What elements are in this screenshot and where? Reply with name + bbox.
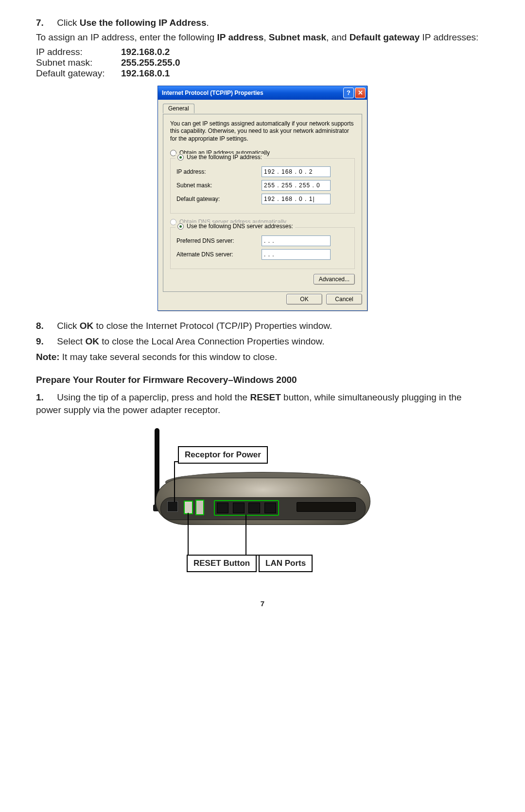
advanced-button[interactable]: Advanced... xyxy=(314,274,355,285)
dialog-button-row: OK Cancel xyxy=(163,294,362,305)
callout-line xyxy=(245,515,246,556)
note-text: It may take several seconds for this win… xyxy=(60,352,278,362)
close-icon[interactable]: ✕ xyxy=(355,88,366,98)
lan-port-icon xyxy=(248,503,260,513)
step-8-pre: Click xyxy=(57,321,79,331)
field-ip-address: IP address: 192 . 168 . 0 . 2 xyxy=(176,166,349,177)
assign-b1: IP address xyxy=(217,32,264,42)
lan-ports-icon xyxy=(214,500,279,516)
radio-use-dns[interactable]: Use the following DNS server addresses: xyxy=(175,223,295,230)
callout-line xyxy=(174,461,179,462)
callout-line xyxy=(188,513,189,556)
radio-icon[interactable] xyxy=(177,223,184,230)
callout-line xyxy=(174,462,175,502)
note-label: Note: xyxy=(36,352,60,362)
dialog-body: General You can get IP settings assigned… xyxy=(158,100,367,311)
titlebar-buttons: ? ✕ xyxy=(343,88,366,98)
step-8: 8. Click OK to close the Internet Protoc… xyxy=(36,320,489,332)
step-8-post: to close the Internet Protocol (TCP/IP) … xyxy=(93,321,332,331)
lan-port-icon xyxy=(264,503,276,513)
step-8-number: 8. xyxy=(36,320,54,332)
ok-button[interactable]: OK xyxy=(286,294,322,305)
assign-intro: To assign an IP address, enter the follo… xyxy=(36,31,489,44)
assign-mid: , xyxy=(263,32,269,42)
callout-line xyxy=(245,555,259,556)
help-icon[interactable]: ? xyxy=(343,88,354,98)
gateway-label: Default gateway: xyxy=(36,68,121,79)
step-7-pre: Click xyxy=(57,18,79,28)
tcpip-dialog-figure: Internet Protocol (TCP/IP) Properties ? … xyxy=(36,86,489,311)
router-step-pre: Using the tip of a paperclip, press and … xyxy=(57,392,250,402)
tab-strip: General xyxy=(163,104,362,114)
step-9-post: to close the Local Area Connection Prope… xyxy=(99,336,325,346)
usb-port-icon xyxy=(195,500,204,515)
ip-label: IP address: xyxy=(36,47,121,57)
note-line: Note: It may take several seconds for th… xyxy=(36,351,489,363)
ip-row: IP address:192.168.0.2 xyxy=(36,47,489,57)
lan-port-icon xyxy=(217,503,228,513)
step-9-pre: Select xyxy=(57,336,85,346)
ip-value: 192.168.0.2 xyxy=(121,47,170,57)
ip-row: Subnet mask:255.255.255.0 xyxy=(36,57,489,68)
advanced-row: Advanced... xyxy=(170,274,355,285)
router-diagram: Receptor for Power RESET Button LAN Port… xyxy=(36,424,489,580)
page-number: 7 xyxy=(36,599,489,608)
dialog-info-text: You can get IP settings assigned automat… xyxy=(170,120,355,143)
radio-use-ip[interactable]: Use the following IP address: xyxy=(175,154,264,161)
subnet-mask-input[interactable]: 255 . 255 . 255 . 0 xyxy=(262,180,331,191)
ip-address-table: IP address:192.168.0.2 Subnet mask:255.2… xyxy=(36,47,489,79)
step-9-bold: OK xyxy=(85,336,99,346)
step-7: 7. Click Use the following IP Address. xyxy=(36,18,489,28)
step-7-after: . xyxy=(207,18,209,28)
field-label: Subnet mask: xyxy=(176,182,262,189)
tab-general[interactable]: General xyxy=(163,104,194,113)
cancel-button[interactable]: Cancel xyxy=(326,294,362,305)
group-dns-manual: Use the following DNS server addresses: … xyxy=(170,227,355,269)
ip-row: Default gateway:192.168.0.1 xyxy=(36,68,489,79)
assign-b2: Subnet mask xyxy=(269,32,326,42)
callout-power: Receptor for Power xyxy=(178,446,268,464)
alternate-dns-input[interactable]: . . . xyxy=(262,249,331,260)
step-9-number: 9. xyxy=(36,335,54,348)
dialog-title: Internet Protocol (TCP/IP) Properties xyxy=(162,90,263,96)
gateway-value: 192.168.0.1 xyxy=(121,68,170,79)
field-subnet-mask: Subnet mask: 255 . 255 . 255 . 0 xyxy=(176,180,349,191)
card-slot-icon xyxy=(297,502,356,512)
subnet-label: Subnet mask: xyxy=(36,57,121,68)
field-label: Default gateway: xyxy=(176,196,262,202)
field-label: Alternate DNS server: xyxy=(176,251,262,258)
dialog-titlebar: Internet Protocol (TCP/IP) Properties ? … xyxy=(158,86,367,100)
ip-address-input[interactable]: 192 . 168 . 0 . 2 xyxy=(262,166,331,177)
assign-b3: Default gateway xyxy=(350,32,420,42)
preferred-dns-input[interactable]: . . . xyxy=(262,235,331,246)
radio-label: Use the following IP address: xyxy=(187,154,262,161)
router-step-number: 1. xyxy=(36,391,54,404)
step-9: 9. Select OK to close the Local Area Con… xyxy=(36,335,489,348)
assign-mid2: , and xyxy=(326,32,350,42)
reset-button-icon xyxy=(184,501,193,514)
step-7-number: 7. xyxy=(36,18,54,28)
assign-end: IP addresses: xyxy=(420,32,478,42)
tcpip-dialog: Internet Protocol (TCP/IP) Properties ? … xyxy=(158,86,368,311)
radio-icon[interactable] xyxy=(177,154,184,161)
field-label: IP address: xyxy=(176,168,262,175)
step-8-bold: OK xyxy=(80,321,94,331)
group-ip-manual: Use the following IP address: IP address… xyxy=(170,158,355,214)
assign-pre: To assign an IP address, enter the follo… xyxy=(36,32,217,42)
field-label: Preferred DNS server: xyxy=(176,237,262,244)
subnet-value: 255.255.255.0 xyxy=(121,57,180,68)
power-port-icon xyxy=(167,501,178,512)
field-default-gateway: Default gateway: 192 . 168 . 0 . 1| xyxy=(176,194,349,204)
callout-reset: RESET Button xyxy=(187,555,257,572)
router-step-bold: RESET xyxy=(250,392,280,402)
router-stage: Receptor for Power RESET Button LAN Port… xyxy=(146,424,379,580)
lan-port-icon xyxy=(233,503,245,513)
field-preferred-dns: Preferred DNS server: . . . xyxy=(176,235,349,246)
default-gateway-input[interactable]: 192 . 168 . 0 . 1| xyxy=(262,194,331,204)
router-step-1: 1. Using the tip of a paperclip, press a… xyxy=(36,391,489,416)
tab-panel: You can get IP settings assigned automat… xyxy=(163,114,362,292)
section-heading: Prepare Your Router for Firmware Recover… xyxy=(36,375,489,385)
field-alternate-dns: Alternate DNS server: . . . xyxy=(176,249,349,260)
callout-lan: LAN Ports xyxy=(259,555,313,572)
radio-label: Use the following DNS server addresses: xyxy=(187,223,293,230)
